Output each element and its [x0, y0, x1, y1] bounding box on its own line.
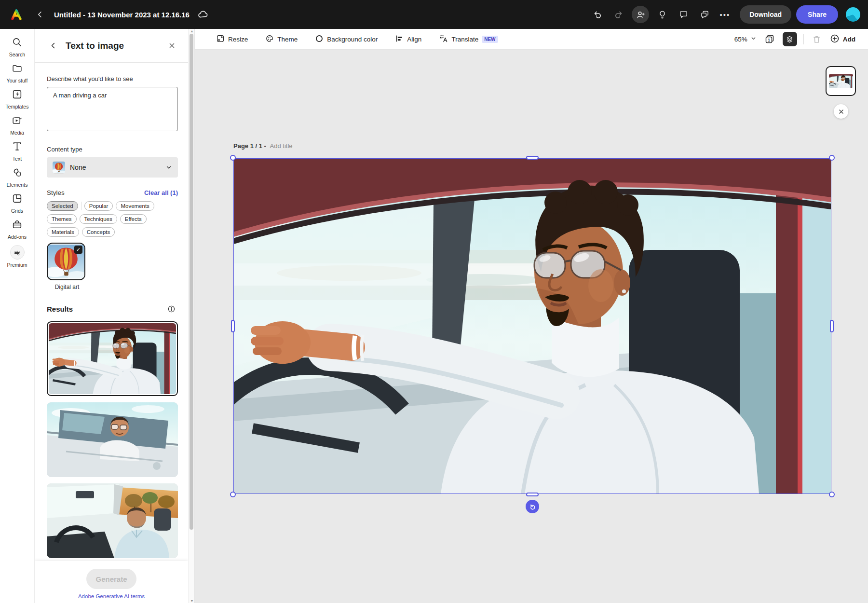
resize-handle-bottom-right[interactable] — [829, 492, 835, 497]
pages-button[interactable]: 1 — [763, 32, 776, 46]
panel-scrollbar[interactable]: ▲ ▼ — [188, 29, 195, 603]
more-options-button[interactable]: ••• — [718, 11, 732, 19]
chip-movements[interactable]: Movements — [116, 201, 154, 211]
styles-label: Styles — [47, 189, 65, 196]
sidebar-item-search[interactable]: Search — [0, 37, 34, 57]
generate-button[interactable]: Generate — [86, 569, 136, 589]
theme-palette-icon — [265, 34, 274, 44]
resize-handle-top[interactable] — [526, 156, 539, 160]
account-avatar[interactable] — [846, 7, 860, 22]
sidebar-item-templates[interactable]: Templates — [0, 89, 34, 110]
chevron-down-icon — [165, 164, 172, 171]
sidebar-label: Media — [10, 130, 24, 136]
translate-button[interactable]: Translate NEW — [439, 34, 498, 44]
result-thumbnail-1[interactable] — [47, 321, 178, 396]
plus-circle-icon — [830, 34, 840, 45]
add-button[interactable]: Add — [830, 34, 855, 45]
info-icon[interactable] — [164, 302, 178, 315]
document-title[interactable]: Untitled - 13 November 2023 at 12.16.16 — [54, 11, 190, 19]
adobe-express-logo-icon[interactable] — [8, 6, 25, 23]
resize-handle-top-left[interactable] — [230, 155, 236, 161]
resize-handle-bottom-left[interactable] — [230, 492, 236, 497]
results-header: Results — [47, 302, 178, 315]
sidebar-item-elements[interactable]: Elements — [0, 167, 34, 188]
resize-handle-bottom[interactable] — [526, 493, 539, 496]
page-number-label: Page 1 / 1 - — [233, 142, 266, 150]
text-icon — [12, 141, 23, 153]
chip-popular[interactable]: Popular — [84, 201, 113, 211]
media-icon — [12, 115, 23, 127]
sidebar-label: Templates — [6, 104, 29, 110]
chip-techniques[interactable]: Techniques — [80, 214, 117, 224]
resize-handle-top-right[interactable] — [829, 155, 835, 161]
result-thumbnail-3[interactable] — [47, 483, 178, 558]
background-color-button[interactable]: Background color — [315, 34, 378, 44]
left-nav-rail: Search Your stuff Templates Media Text E… — [0, 29, 35, 603]
ideas-lightbulb-button[interactable] — [654, 6, 670, 23]
delete-trash-button[interactable] — [810, 32, 824, 46]
sidebar-item-premium[interactable]: Premium — [0, 245, 34, 268]
clear-all-link[interactable]: Clear all (1) — [144, 189, 178, 196]
align-button[interactable]: Align — [395, 34, 421, 44]
selected-generated-image[interactable] — [233, 158, 831, 494]
background-color-label: Background color — [327, 36, 378, 43]
translate-label: Translate — [451, 36, 478, 43]
content-type-dropdown[interactable]: None — [47, 157, 178, 178]
prompt-input[interactable]: A man driving a car — [47, 87, 178, 131]
download-button[interactable]: Download — [740, 5, 791, 24]
share-button[interactable]: Share — [796, 5, 838, 24]
generative-ai-terms-link[interactable]: Adobe Generative AI terms — [78, 593, 145, 599]
panel-close-button[interactable] — [165, 39, 178, 53]
background-color-icon — [315, 34, 324, 44]
sidebar-item-add-ons[interactable]: Add-ons — [0, 219, 34, 240]
folder-icon — [12, 63, 23, 75]
resize-button[interactable]: Resize — [216, 34, 248, 44]
results-list — [47, 321, 178, 561]
canvas-area[interactable]: Page 1 / 1 - Add title — [195, 50, 868, 603]
chip-materials[interactable]: Materials — [47, 227, 79, 237]
panel-content: Describe what you'd like to see A man dr… — [35, 63, 188, 561]
templates-icon — [12, 89, 23, 101]
align-icon — [395, 34, 404, 44]
scrollbar-down-arrow[interactable]: ▼ — [189, 599, 195, 603]
page-preview-thumbnail[interactable] — [826, 66, 856, 96]
content-type-thumbnail — [53, 161, 65, 174]
new-badge: NEW — [482, 36, 498, 43]
add-title-link[interactable]: Add title — [270, 142, 293, 150]
chip-effects[interactable]: Effects — [120, 214, 147, 224]
undo-button[interactable] — [589, 6, 606, 23]
zoom-level-control[interactable]: 65% — [734, 35, 757, 43]
sidebar-item-grids[interactable]: Grids — [0, 193, 34, 214]
theme-button[interactable]: Theme — [265, 34, 298, 44]
chip-themes[interactable]: Themes — [47, 214, 77, 224]
rotate-handle[interactable] — [526, 500, 539, 513]
chip-concepts[interactable]: Concepts — [82, 227, 115, 237]
resize-icon — [216, 34, 225, 44]
chat-threads-button[interactable] — [696, 6, 713, 23]
scrollbar-up-arrow[interactable]: ▲ — [189, 29, 195, 33]
resize-handle-right[interactable] — [830, 320, 834, 332]
comment-button[interactable] — [675, 6, 692, 23]
style-card-label: Digital art — [47, 284, 87, 290]
sidebar-label: Premium — [7, 262, 27, 268]
sidebar-item-your-stuff[interactable]: Your stuff — [0, 63, 34, 83]
resize-handle-left[interactable] — [231, 320, 235, 332]
back-button[interactable] — [32, 6, 48, 23]
dismiss-preview-button[interactable] — [834, 104, 848, 119]
align-label: Align — [407, 36, 421, 43]
redo-button[interactable] — [610, 6, 627, 23]
layers-button[interactable] — [783, 32, 797, 46]
style-card-digital-art[interactable]: ✓ — [47, 243, 85, 280]
sidebar-item-text[interactable]: Text — [0, 141, 34, 162]
text-to-image-panel: Text to image Describe what you'd like t… — [35, 29, 188, 603]
scrollbar-thumb[interactable] — [190, 34, 193, 530]
sidebar-item-media[interactable]: Media — [0, 115, 34, 136]
chip-selected[interactable]: Selected — [47, 201, 78, 211]
panel-back-button[interactable] — [46, 39, 60, 53]
result-thumbnail-2[interactable] — [47, 402, 178, 477]
invite-people-button[interactable] — [632, 6, 649, 23]
chip-divider — [81, 202, 81, 210]
content-type-value: None — [70, 164, 86, 171]
panel-title: Text to image — [66, 41, 124, 51]
content-type-label: Content type — [47, 146, 178, 153]
